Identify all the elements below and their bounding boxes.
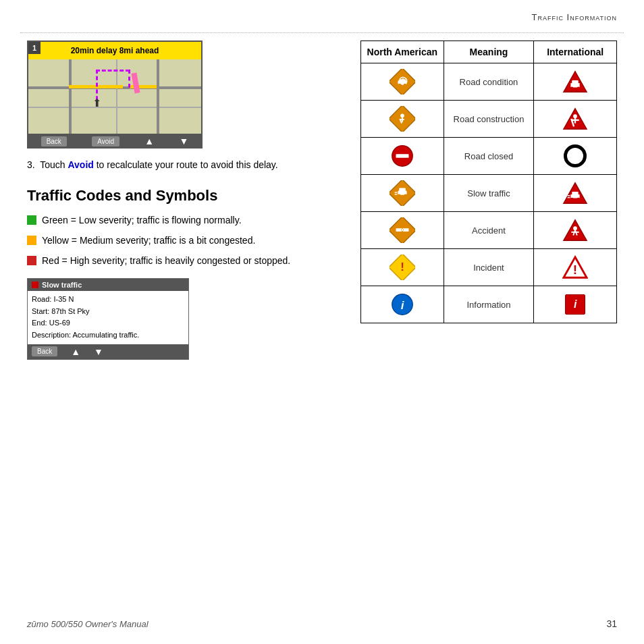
page-header: Traffic Information [532, 12, 618, 22]
na-information: i [361, 286, 444, 323]
gps-avoid-btn[interactable]: Avoid [92, 136, 119, 146]
table-row: Accident [361, 212, 617, 249]
meaning-road-closed: Road closed [444, 138, 534, 175]
page-number: 31 [606, 618, 617, 629]
gps-down-arrow: ▼ [179, 136, 188, 146]
table-row: i Information i [361, 286, 617, 323]
na-incident: ! [361, 249, 444, 286]
red-color-box [27, 256, 36, 265]
gps-map: ⬆ [28, 59, 201, 134]
na-information-icon: i [390, 292, 415, 317]
svg-point-10 [577, 87, 580, 90]
intl-accident [534, 212, 617, 249]
intl-incident-icon: ! [562, 254, 588, 280]
traffic-table-container: North American Meaning International [360, 41, 617, 323]
left-column: 1 20min delay 8mi ahead ⬆ Back Avoid ▲ [27, 41, 317, 360]
na-accident-icon [390, 217, 415, 243]
svg-text:!: ! [573, 263, 577, 277]
intl-road-construction [534, 101, 617, 138]
na-road-construction [361, 101, 444, 138]
svg-point-17 [573, 114, 577, 118]
na-slow-traffic-icon [390, 180, 415, 206]
divider-line [20, 32, 624, 33]
slow-up-arrow: ▲ [71, 346, 80, 357]
avoid-link[interactable]: Avoid [68, 159, 93, 170]
svg-rect-22 [396, 154, 408, 158]
gps-up-arrow: ▲ [144, 136, 154, 146]
intl-information-icon: i [565, 294, 585, 315]
step3-text: 3. Touch Avoid to recalculate your route… [27, 158, 317, 172]
gps-bottom-bar: Back Avoid ▲ ▼ [28, 134, 201, 149]
slow-traffic-screenshot: Slow traffic Road: I-35 N Start: 87th St… [27, 278, 189, 359]
intl-road-construction-icon [562, 106, 588, 132]
na-road-closed [361, 138, 444, 175]
slow-red-indicator [32, 281, 38, 288]
table-row: ! Incident ! [361, 249, 617, 286]
col-international: International [534, 41, 617, 63]
svg-rect-32 [572, 192, 579, 195]
svg-rect-38 [396, 228, 401, 232]
svg-point-9 [571, 87, 574, 90]
legend-red: Red = High severity; traffic is heavily … [27, 254, 317, 268]
green-color-box [27, 215, 36, 225]
table-row: 🛈 Road condition [361, 63, 617, 101]
traffic-symbols-table: North American Meaning International [360, 41, 617, 323]
na-road-condition: 🛈 [361, 63, 444, 101]
svg-point-26 [398, 194, 401, 197]
na-road-construction-icon [390, 106, 415, 132]
col-meaning: Meaning [444, 41, 534, 63]
meaning-road-condition: Road condition [444, 63, 534, 101]
intl-road-closed-icon [564, 144, 587, 167]
svg-rect-39 [404, 228, 409, 232]
intl-road-closed [534, 138, 617, 175]
meaning-road-construction: Road construction [444, 101, 534, 138]
header-title: Traffic Information [532, 12, 618, 22]
intl-road-condition [534, 63, 617, 101]
svg-point-33 [571, 198, 574, 200]
map-number: 1 [28, 42, 41, 54]
svg-point-12 [400, 113, 404, 117]
gps-top-bar: 1 20min delay 8mi ahead [28, 42, 201, 59]
slow-down-arrow: ▼ [94, 346, 103, 357]
svg-point-5 [404, 84, 406, 86]
section-title: Traffic Codes and Symbols [27, 187, 317, 205]
slow-traffic-header: Slow traffic [28, 279, 188, 291]
na-road-closed-icon [390, 143, 415, 169]
na-accident [361, 212, 444, 249]
svg-rect-25 [399, 188, 406, 192]
intl-information: i [534, 286, 617, 323]
slow-traffic-body: Road: I-35 N Start: 87th St Pky End: US-… [28, 291, 188, 344]
na-incident-icon: ! [390, 254, 415, 280]
meaning-incident: Incident [444, 249, 534, 286]
yellow-color-box [27, 236, 36, 245]
svg-rect-3 [399, 79, 406, 82]
intl-accident-icon [562, 217, 588, 243]
gps-screenshot: 1 20min delay 8mi ahead ⬆ Back Avoid ▲ [27, 41, 203, 149]
intl-slow-traffic-icon [562, 180, 588, 206]
meaning-accident: Accident [444, 212, 534, 249]
footer-manual: zūmo 500/550 Owner's Manual [27, 619, 149, 629]
intl-slow-traffic [534, 175, 617, 212]
meaning-slow-traffic: Slow traffic [444, 175, 534, 212]
svg-point-4 [398, 84, 401, 86]
meaning-information: Information [444, 286, 534, 323]
table-row: Road closed [361, 138, 617, 175]
gps-back-btn[interactable]: Back [41, 136, 67, 146]
na-road-condition-icon: 🛈 [390, 69, 415, 95]
svg-point-43 [573, 226, 577, 230]
col-north-american: North American [361, 41, 444, 63]
svg-point-34 [577, 198, 580, 200]
intl-incident: ! [534, 249, 617, 286]
legend-yellow: Yellow = Medium severity; traffic is a b… [27, 234, 317, 248]
svg-text:!: ! [400, 261, 404, 273]
slow-traffic-footer: Back ▲ ▼ [28, 344, 188, 359]
svg-rect-8 [572, 80, 579, 84]
svg-point-27 [404, 194, 407, 197]
intl-road-condition-icon [562, 69, 588, 95]
slow-back-btn[interactable]: Back [32, 346, 57, 356]
legend-green: Green = Low severity; traffic is flowing… [27, 214, 317, 227]
traffic-highlight [131, 73, 140, 94]
table-row: Slow traffic [361, 175, 617, 212]
table-row: Road construction [361, 101, 617, 138]
na-slow-traffic [361, 175, 444, 212]
